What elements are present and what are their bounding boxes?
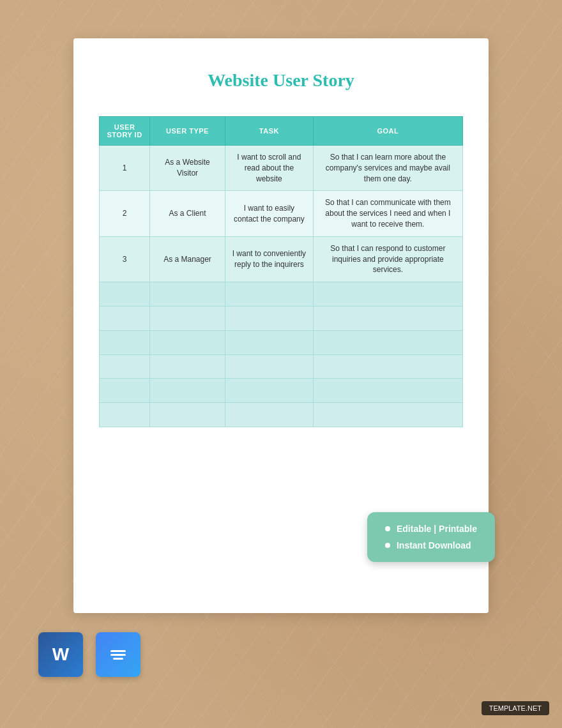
badge-item-2: Instant Download [385,540,477,550]
cell-empty [225,330,313,354]
cell-task: I want to conveniently reply to the inqu… [225,236,313,282]
user-story-table: USERSTORY ID USER TYPE TASK GOAL 1As a W… [99,116,463,427]
table-row-empty [100,379,463,403]
cell-empty [313,330,462,354]
cell-empty [225,282,313,307]
word-icon[interactable]: W [38,632,83,677]
header-user-type: USER TYPE [150,117,225,146]
cell-empty [225,379,313,403]
page-wrapper: Website User Story USERSTORY ID USER TYP… [0,0,562,696]
document-card: Website User Story USERSTORY ID USER TYP… [73,38,489,613]
table-row-empty [100,306,463,330]
badge-label-1: Editable | Printable [397,524,477,534]
cell-empty [225,354,313,379]
cell-empty [225,306,313,330]
badge-label-2: Instant Download [397,540,471,550]
cell-empty [150,379,225,403]
cell-task: I want to scroll and read about the webs… [225,146,313,191]
badge-item-1: Editable | Printable [385,524,477,534]
cell-goal: So that I can learn more about the compa… [313,146,462,191]
google-docs-icon[interactable] [96,632,140,677]
cell-user-type: As a Website Visitor [150,146,225,191]
cell-id: 2 [100,191,150,236]
cell-id: 1 [100,146,150,191]
template-net-watermark: TEMPLATE.NET [482,701,549,715]
page-title: Website User Story [99,70,463,91]
cell-empty [313,403,462,427]
cell-user-type: As a Client [150,191,225,236]
cell-empty [100,282,150,307]
cell-empty [150,403,225,427]
cell-task: I want to easily contact the company [225,191,313,236]
header-goal: GOAL [313,117,462,146]
cell-empty [225,403,313,427]
header-task: TASK [225,117,313,146]
feature-badge: Editable | Printable Instant Download [367,512,495,562]
cell-goal: So that I can respond to customer inquir… [313,236,462,282]
table-row: 2As a ClientI want to easily contact the… [100,191,463,236]
cell-empty [100,403,150,427]
cell-empty [313,354,462,379]
cell-empty [313,282,462,307]
table-header-row: USERSTORY ID USER TYPE TASK GOAL [100,117,463,146]
cell-empty [150,306,225,330]
cell-empty [100,354,150,379]
header-story-id: USERSTORY ID [100,117,150,146]
table-row: 3As a ManagerI want to conveniently repl… [100,236,463,282]
cell-goal: So that I can communicate with them abou… [313,191,462,236]
bottom-icons: W [13,632,140,677]
docs-icon-label [110,650,126,660]
cell-empty [150,330,225,354]
cell-id: 3 [100,236,150,282]
table-row-empty [100,330,463,354]
cell-empty [150,354,225,379]
cell-empty [100,379,150,403]
table-row-empty [100,354,463,379]
cell-empty [150,282,225,307]
table-row-empty [100,282,463,307]
bullet-dot [385,526,390,531]
cell-empty [100,306,150,330]
word-icon-label: W [52,644,69,665]
table-row: 1As a Website VisitorI want to scroll an… [100,146,463,191]
cell-empty [100,330,150,354]
cell-empty [313,306,462,330]
bullet-dot-2 [385,543,390,548]
cell-user-type: As a Manager [150,236,225,282]
table-row-empty [100,403,463,427]
cell-empty [313,379,462,403]
